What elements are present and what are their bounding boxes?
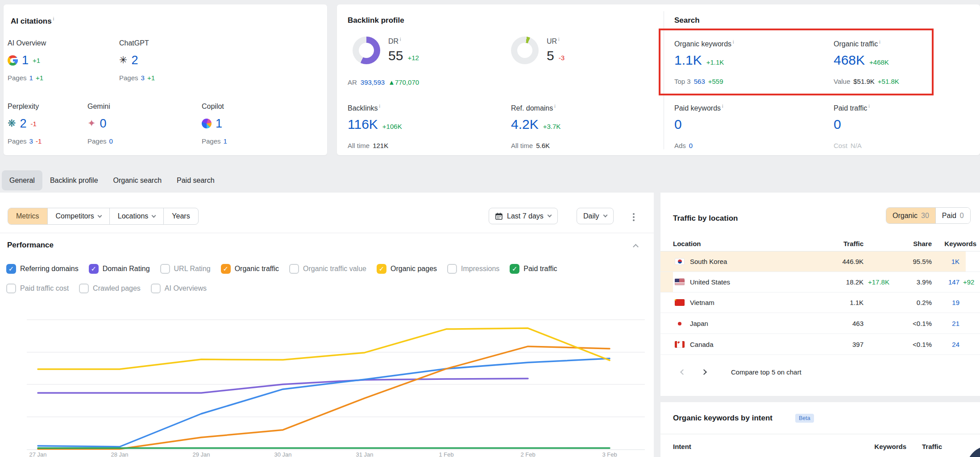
pages-count[interactable]: 3 [29,137,33,145]
citations-count[interactable]: 2 [20,117,26,131]
table-row-japan[interactable]: Japan 463 <0.1% 21 [660,313,980,334]
toggle-paid[interactable]: Paid0 [935,208,970,223]
pages-count[interactable]: 1 [224,137,227,145]
location-name: Canada [690,341,714,348]
metric-paid-traffic[interactable]: Paid traffic [510,264,557,274]
metric-label: Paid traffic [523,265,557,273]
table-row-vietnam[interactable]: Vietnam 1.1K 0.2% 19 [660,292,980,313]
checkbox-icon[interactable] [377,264,386,274]
tab-paid-search[interactable]: Paid search [169,170,222,190]
chevron-left-icon [680,369,686,375]
metric-label: Impressions [461,265,499,273]
citations-delta: +1 [33,57,40,64]
date-range-value: Last 7 days [507,212,544,220]
toggle-organic[interactable]: Organic30 [886,208,935,223]
organic-keywords-value[interactable]: 1.1K [674,53,702,68]
performance-line-chart[interactable] [0,285,654,457]
ar-value[interactable]: 393,593 [361,78,385,86]
keywords-link[interactable]: 21 [952,320,959,327]
checkbox-icon[interactable] [447,264,457,274]
backlink-profile-title: Backlink profile [348,16,404,25]
ur-label: URi [547,37,565,45]
location-name: United States [690,278,730,286]
more-options-button[interactable] [630,210,637,224]
organic-traffic-value[interactable]: 468K [834,53,865,68]
perplexity-icon: ❋ [8,119,16,128]
filter-years[interactable]: Years [163,208,198,224]
paid-keywords-value[interactable]: 0 [674,117,682,132]
tab-organic-search[interactable]: Organic search [106,170,170,190]
chevron-down-icon [547,213,552,218]
ai-source-label: Copilot [202,103,227,111]
copilot-icon [202,119,212,128]
metric-url-rating[interactable]: URL Rating [160,264,211,274]
pagination-prev-button[interactable] [677,366,689,378]
metric-label: Organic pages [390,265,437,273]
ar-label: AR [348,78,357,86]
keywords-link[interactable]: 19 [952,299,959,306]
organic-traffic-delta: +468K [869,58,889,66]
pages-delta: +1 [147,74,155,82]
checkbox-icon[interactable] [510,264,519,274]
traffic-value: 18.2K [846,278,864,286]
dr-delta: +12 [407,54,419,62]
traffic-value: 446.9K [842,258,864,265]
citations-count[interactable]: 1 [22,54,29,67]
metric-impressions[interactable]: Impressions [447,264,499,274]
keywords-link[interactable]: 24 [952,341,959,348]
metric-organic-traffic[interactable]: Organic traffic [221,264,279,274]
filter-locations[interactable]: Locations [109,208,164,224]
x-axis-label: 2 Feb [515,451,541,457]
ai-source-label: AI Overview [8,39,46,48]
backlinks-value[interactable]: 116K [348,117,378,132]
checkbox-icon[interactable] [221,264,231,274]
citations-delta: -1 [30,120,36,128]
table-row-canada[interactable]: Canada 397 <0.1% 24 [660,334,980,355]
pages-count[interactable]: 1 [29,74,33,82]
filter-competitors[interactable]: Competitors [47,208,109,224]
flag-japan-icon [675,320,685,327]
filter-metrics[interactable]: Metrics [8,208,47,224]
checkbox-icon[interactable] [89,264,99,274]
collapse-section-button[interactable] [634,243,638,251]
x-axis-label: 3 Feb [596,451,623,457]
metric-organic-pages[interactable]: Organic pages [377,264,437,274]
column-header-intent: Intent [673,443,691,450]
backlink-search-card: Backlink profile DRi 55 +12 AR 393,593 ▲… [337,4,980,155]
pagination-next-button[interactable] [698,366,710,378]
pages-count[interactable]: 3 [141,74,145,82]
keywords-delta: +92 [963,278,974,286]
paid-traffic-value[interactable]: 0 [834,117,841,132]
ref-domains-value[interactable]: 4.2K [511,117,539,132]
table-row-south-korea[interactable]: South Korea 446.9K 95.5% 1K [660,251,980,272]
checkbox-icon[interactable] [289,264,299,274]
granularity-picker[interactable]: Daily [577,208,614,224]
ads-value[interactable]: 0 [689,142,693,149]
pages-count[interactable]: 0 [109,137,113,145]
compare-top5-link[interactable]: Compare top 5 on chart [731,368,801,376]
checkbox-icon[interactable] [160,264,170,274]
tab-general[interactable]: General [2,170,42,190]
info-icon: i [400,37,401,42]
chevron-down-icon [97,213,102,218]
cost-label: Cost [834,142,847,149]
top3-value[interactable]: 563 [694,78,705,85]
calendar-icon [495,213,502,220]
metric-domain-rating[interactable]: Domain Rating [89,264,150,274]
table-row-united-states[interactable]: United States 18.2K +17.8K 3.9% 147 +92 [660,272,980,292]
citations-count[interactable]: 0 [100,117,106,131]
citations-count[interactable]: 1 [216,117,222,131]
share-value: <0.1% [913,320,932,327]
backlinks-stat: Backlinksi 116K +106K All time 121K [348,103,402,149]
metric-organic-traffic-value[interactable]: Organic traffic value [289,264,366,274]
keywords-link[interactable]: 1K [951,258,959,265]
tab-backlink-profile[interactable]: Backlink profile [42,170,106,190]
date-range-picker[interactable]: Last 7 days [489,208,558,224]
citations-count[interactable]: 2 [131,54,138,67]
checkbox-icon[interactable] [6,264,16,274]
flag-canada-icon [675,341,685,348]
paid-keywords-stat: Paid keywordsi 0 Ads 0 [674,103,723,149]
alltime-label: All time [348,142,370,149]
metric-referring-domains[interactable]: Referring domains [6,264,79,274]
keywords-link[interactable]: 147 [948,278,959,286]
